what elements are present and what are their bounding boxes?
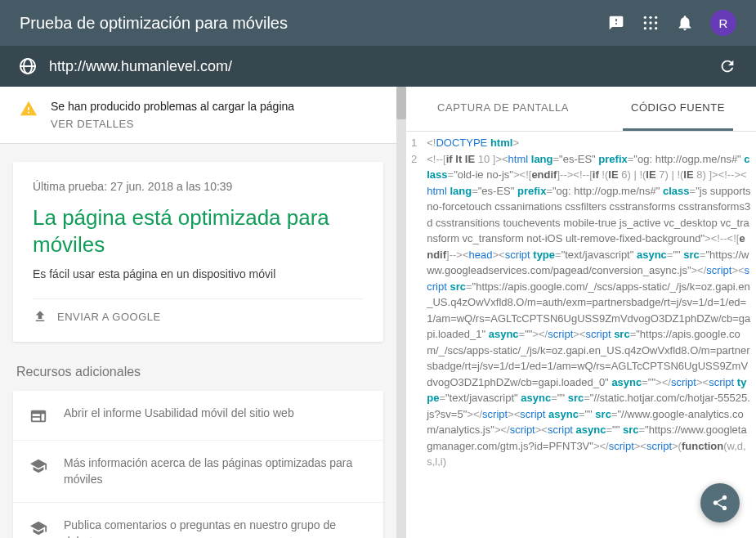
svg-point-6 [644,27,646,29]
upload-icon [33,309,47,324]
svg-point-3 [644,21,646,24]
school-icon [29,457,47,475]
svg-point-2 [655,16,657,19]
svg-point-8 [655,27,657,29]
submit-to-google-button[interactable]: ENVIAR A GOOGLE [33,298,364,324]
svg-point-5 [655,21,657,24]
app-header: Prueba de optimización para móviles R ht… [0,0,756,87]
resource-list: Abrir el informe Usabilidad móvil del si… [13,391,383,538]
warning-details-link[interactable]: VER DETALLES [51,118,294,130]
result-title: La página está optimizada para móviles [33,204,364,258]
right-source-panel: CAPTURA DE PANTALLA CÓDIGO FUENTE 1 2 <!… [406,87,756,538]
warning-message: Se han producido problemas al cargar la … [51,100,294,113]
globe-icon[interactable] [20,58,36,74]
source-tabs: CAPTURA DE PANTALLA CÓDIGO FUENTE [406,87,756,132]
url-bar: http://www.humanlevel.com/ [0,46,756,87]
share-icon [711,494,729,512]
submit-button-label: ENVIAR A GOOGLE [57,311,161,323]
result-card: Última prueba: 27 jun. 2018 a las 10:39 … [13,162,383,342]
warning-banner: Se han producido problemas al cargar la … [0,87,396,144]
web-report-icon [29,407,47,425]
header-action-icons: R [607,10,736,36]
source-code-content: <!DOCTYPE html><!--[if lt IE 10 ]><html … [422,132,756,538]
page-title: Prueba de optimización para móviles [20,14,288,33]
resource-label: Publica comentarios o preguntas en nuest… [64,518,367,538]
apps-grid-icon[interactable] [642,14,660,32]
share-fab-button[interactable] [700,483,740,522]
school-icon [29,519,47,537]
source-code-viewer[interactable]: 1 2 <!DOCTYPE html><!--[if lt IE 10 ]><h… [406,132,756,538]
resources-title: Recursos adicionales [13,365,383,379]
url-input[interactable]: http://www.humanlevel.com/ [49,58,705,75]
refresh-icon[interactable] [718,57,736,75]
tab-screenshot[interactable]: CAPTURA DE PANTALLA [429,87,577,131]
notifications-icon[interactable] [676,14,694,32]
svg-point-4 [649,21,651,24]
line-numbers: 1 2 [406,132,422,538]
left-panel-scrollbar[interactable] [396,87,406,538]
resource-item-learn[interactable]: Más información acerca de las páginas op… [13,441,383,503]
test-timestamp: Última prueba: 27 jun. 2018 a las 10:39 [33,180,364,193]
svg-point-7 [649,27,651,29]
warning-icon [20,100,38,118]
resource-label: Abrir el informe Usabilidad móvil del si… [64,406,294,422]
resource-item-discuss[interactable]: Publica comentarios o preguntas en nuest… [13,503,383,538]
tab-source[interactable]: CÓDIGO FUENTE [623,87,733,131]
user-avatar[interactable]: R [710,10,736,36]
svg-point-0 [644,16,646,19]
resources-section: Recursos adicionales Abrir el informe Us… [13,365,383,538]
main-content: Se han producido problemas al cargar la … [0,87,756,538]
feedback-icon[interactable] [607,14,625,32]
scrollbar-thumb[interactable] [396,87,406,119]
resource-label: Más información acerca de las páginas op… [64,455,367,487]
result-description: Es fácil usar esta página en un disposit… [33,267,364,280]
resource-item-report[interactable]: Abrir el informe Usabilidad móvil del si… [13,391,383,441]
svg-point-1 [649,16,651,19]
header-top-row: Prueba de optimización para móviles R [0,0,756,46]
warning-content: Se han producido problemas al cargar la … [51,100,294,130]
left-results-panel: Se han producido problemas al cargar la … [0,87,396,538]
